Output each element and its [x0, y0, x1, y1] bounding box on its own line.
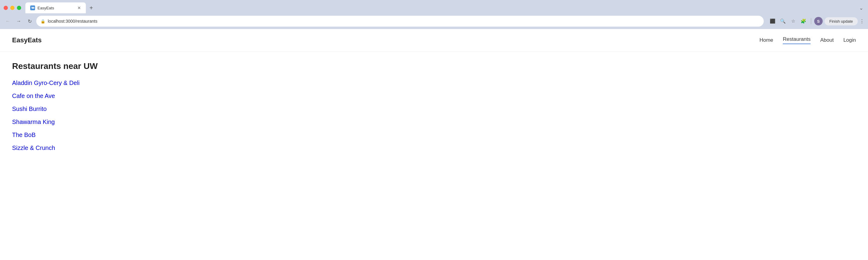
close-window-button[interactable]	[4, 6, 8, 10]
restaurant-link[interactable]: Aladdin Gyro-Cery & Deli	[12, 80, 856, 86]
tab-close-button[interactable]: ✕	[78, 6, 81, 10]
new-tab-button[interactable]: +	[87, 4, 95, 12]
tab-title: EasyEats	[37, 6, 75, 10]
profile-button[interactable]: S	[814, 17, 823, 25]
restaurant-link[interactable]: Cafe on the Ave	[12, 92, 856, 99]
browser-window-controls	[4, 6, 21, 10]
maximize-window-button[interactable]	[17, 6, 21, 10]
site-logo: EasyEats	[12, 36, 760, 44]
browser-menu-button[interactable]: ⋮	[860, 19, 864, 24]
nav-home[interactable]: Home	[760, 37, 773, 43]
browser-tab-bar: 🍽 EasyEats ✕ + ⌄	[0, 0, 868, 13]
url-text: localhost:3000/restaurants	[48, 19, 760, 24]
browser-reload-button[interactable]: ↻	[25, 17, 34, 25]
finish-update-label: Finish update	[829, 19, 853, 24]
nav-about[interactable]: About	[820, 37, 834, 43]
site-nav: Home Restaurants About Login	[760, 36, 856, 44]
finish-update-button[interactable]: Finish update	[825, 17, 858, 25]
zoom-icon[interactable]: 🔍	[779, 17, 787, 25]
browser-dropdown-button[interactable]: ⌄	[858, 4, 864, 12]
tab-favicon: 🍽	[30, 5, 35, 10]
page-content: EasyEats Home Restaurants About Login Re…	[0, 29, 868, 260]
restaurant-link[interactable]: Shawarma King	[12, 118, 856, 125]
browser-tab-active[interactable]: 🍽 EasyEats ✕	[25, 2, 86, 13]
browser-address-bar: ← → ↻ 🔒 localhost:3000/restaurants ⬛ 🔍 ☆…	[0, 13, 868, 29]
browser-chrome: 🍽 EasyEats ✕ + ⌄ ← → ↻ 🔒 localhost:3000/…	[0, 0, 868, 29]
browser-action-icons: ⬛ 🔍 ☆ 🧩 S Finish update ⋮	[769, 17, 864, 25]
nav-login[interactable]: Login	[843, 37, 856, 43]
page-heading: Restaurants near UW	[12, 61, 856, 71]
restaurant-link[interactable]: Sizzle & Crunch	[12, 145, 856, 151]
browser-url-bar[interactable]: 🔒 localhost:3000/restaurants	[36, 16, 764, 27]
restaurant-link[interactable]: Sushi Burrito	[12, 106, 856, 113]
minimize-window-button[interactable]	[10, 6, 14, 10]
extensions-icon[interactable]: 🧩	[799, 17, 808, 25]
divider	[811, 18, 811, 24]
browser-back-button[interactable]: ←	[4, 17, 12, 25]
screen-cast-icon[interactable]: ⬛	[769, 17, 777, 25]
browser-forward-button[interactable]: →	[14, 17, 23, 25]
main-content: Restaurants near UW Aladdin Gyro-Cery & …	[0, 52, 868, 161]
restaurant-link[interactable]: The BoB	[12, 132, 856, 139]
bookmark-star-icon[interactable]: ☆	[789, 17, 798, 25]
site-header: EasyEats Home Restaurants About Login	[0, 29, 868, 52]
nav-restaurants[interactable]: Restaurants	[783, 36, 811, 44]
lock-icon: 🔒	[40, 19, 45, 24]
restaurant-list: Aladdin Gyro-Cery & DeliCafe on the AveS…	[12, 80, 856, 151]
